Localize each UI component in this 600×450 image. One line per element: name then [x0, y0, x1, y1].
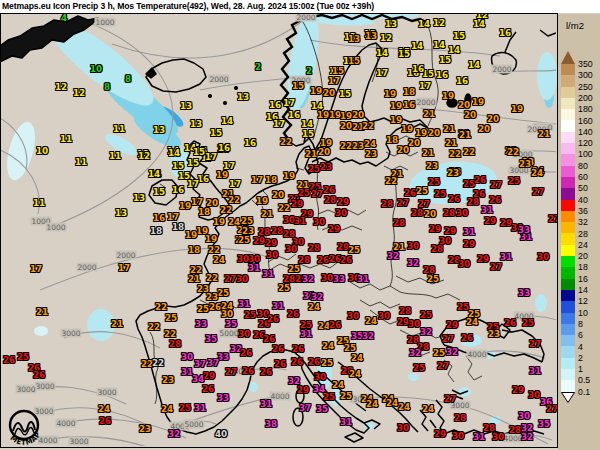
temp-value-label: 22 [164, 330, 176, 339]
temp-value-label: 16 [153, 214, 165, 223]
temp-value-label: 22 [385, 177, 397, 186]
temp-value-label: 13 [153, 126, 165, 135]
temp-value-label: 35 [316, 405, 328, 414]
temp-value-label: 22 [220, 206, 232, 215]
temp-value-label: 33 [518, 289, 530, 298]
precip-patch [249, 382, 258, 392]
temp-value-label: 2 [255, 63, 261, 72]
map-title: Metmaps.eu Icon Precip 3 h, Mos Temperat… [0, 0, 600, 13]
temp-value-label: 25 [348, 246, 360, 255]
contour-height-label: 3000 [96, 388, 117, 397]
temp-value-label: 31 [481, 206, 493, 215]
temp-value-label: 25 [522, 319, 534, 328]
contour-height-label: 4000 [466, 350, 487, 359]
temp-value-label: 20 [340, 122, 352, 131]
temp-value-label: 25 [428, 178, 440, 187]
temp-value-label: 8 [125, 75, 131, 84]
temp-value-label: 37 [194, 360, 206, 369]
legend-color-band [561, 211, 575, 222]
contour-height-label: 4000 [55, 419, 76, 428]
temp-value-label: 25 [288, 265, 300, 274]
temp-value-label: 26 [323, 186, 335, 195]
temp-value-label: 8 [104, 83, 110, 92]
temp-value-label: 29 [446, 321, 458, 330]
temp-value-label: 24 [351, 354, 363, 363]
temp-value-label: 10 [90, 65, 102, 74]
legend-tick-label: 14 [578, 286, 588, 295]
temp-value-label: 32 [409, 349, 421, 358]
legend-tick-label: 1 [578, 365, 583, 374]
contour-height-label: 3000 [34, 382, 55, 391]
temp-value-label: 19 [179, 202, 191, 211]
temp-value-label: 23 [320, 163, 332, 172]
temp-value-label: 26 [340, 256, 352, 265]
legend-tick-label: 50 [578, 184, 588, 193]
temp-value-label: 27 [311, 190, 323, 199]
temp-value-label: 22 [148, 323, 160, 332]
temp-value-label: 25 [323, 393, 335, 402]
temp-value-label: 20 [272, 191, 284, 200]
legend-tick-label: 32 [578, 218, 588, 227]
temp-value-label: 18 [172, 223, 184, 232]
temp-value-label: 14 [376, 49, 388, 58]
temp-value-label: 13 [365, 32, 377, 41]
temp-value-label: 14 [433, 41, 445, 50]
temp-value-label: 35 [205, 335, 217, 344]
temp-value-label: 20 [487, 115, 499, 124]
temp-value-label: 21 [538, 130, 550, 139]
temp-value-label: 31 [300, 330, 312, 339]
temp-value-label: 15 [153, 188, 165, 197]
temp-value-label: 31 [529, 367, 541, 376]
temp-value-label: 25 [321, 359, 333, 368]
temp-value-label: 30 [407, 242, 419, 251]
temp-value-label: 19 [205, 235, 217, 244]
temp-value-label: 23 [139, 425, 151, 434]
temp-value-label: 17 [191, 198, 203, 207]
legend-color-band [561, 313, 575, 324]
temp-value-label: 26 [202, 385, 214, 394]
temp-value-label: 27 [548, 215, 558, 224]
temp-value-label: 15 [172, 162, 184, 171]
temp-value-label: 15 [348, 57, 360, 66]
temp-value-label: 12 [73, 89, 85, 98]
temp-value-label: 19 [401, 125, 413, 134]
temp-value-label: 17 [328, 77, 340, 86]
legend-color-bar [561, 64, 575, 392]
temp-value-label: 23 [162, 376, 174, 385]
temp-value-label: 20 [323, 89, 335, 98]
temp-value-label: 19 [283, 172, 295, 181]
temp-value-label: 14 [468, 61, 480, 70]
temp-value-label: 25 [344, 344, 356, 353]
temp-value-label: 31 [357, 275, 369, 284]
temp-value-label: 26 [329, 321, 341, 330]
temp-value-label: 17 [205, 153, 217, 162]
temp-value-label: 21 [445, 139, 457, 148]
temp-value-label: 25 [197, 305, 209, 314]
temp-value-label: 24 [366, 400, 378, 409]
temp-value-label: 33 [518, 226, 530, 235]
temp-value-label: 13 [237, 93, 249, 102]
temp-value-label: 27 [444, 395, 456, 404]
temp-value-label: 26 [287, 310, 299, 319]
legend-tick-label: 80 [578, 161, 588, 170]
legend-tick-label: 6 [578, 331, 583, 340]
contour-height-label: 2000 [415, 98, 436, 107]
temp-value-label: 26 [3, 356, 15, 365]
temp-value-label: 27 [442, 335, 454, 344]
temp-value-label: 29 [291, 200, 303, 209]
temp-value-label: 23 [447, 169, 459, 178]
temp-value-label: 25 [340, 392, 352, 401]
temp-value-label: 30 [321, 274, 333, 283]
legend-color-band [561, 245, 575, 256]
temp-value-label: 23 [426, 162, 438, 171]
temp-value-label: 29 [463, 240, 475, 249]
weather-map-app: Metmaps.eu Icon Precip 3 h, Mos Temperat… [0, 0, 600, 450]
temp-value-label: 25 [434, 190, 446, 199]
contour-height-label: 3000 [68, 437, 89, 446]
legend-top-arrow-icon [561, 51, 575, 64]
temp-value-label: 26 [242, 367, 254, 376]
temp-value-label: 25 [217, 289, 229, 298]
legend-unit-label: l/m2 [566, 20, 584, 31]
temp-value-label: 11 [33, 199, 45, 208]
temp-value-label: 27 [546, 405, 558, 414]
